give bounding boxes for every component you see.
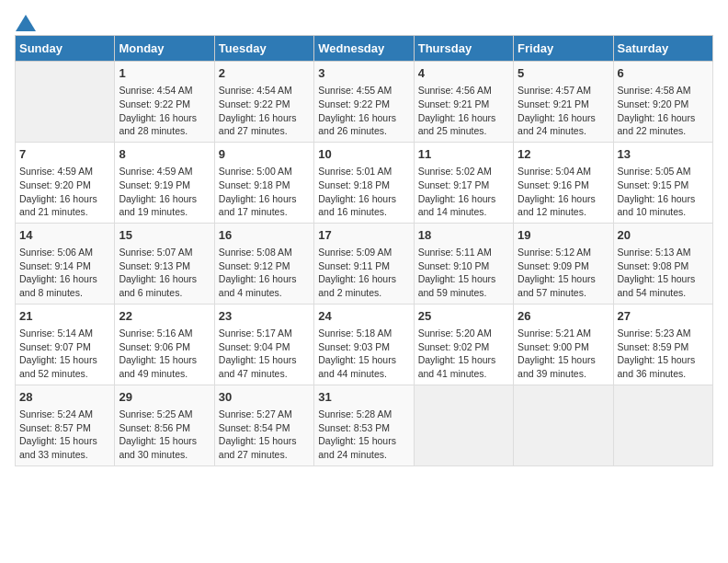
day-info: Sunrise: 5:01 AM Sunset: 9:18 PM Dayligh… [318,165,409,219]
calendar-cell [514,385,613,465]
calendar-cell [16,62,115,143]
day-info: Sunrise: 5:08 AM Sunset: 9:12 PM Dayligh… [219,246,310,300]
day-number: 23 [219,308,310,325]
day-number: 12 [518,146,609,163]
day-number: 20 [618,227,709,244]
column-header-sunday: Sunday [16,36,115,62]
calendar-week-2: 7Sunrise: 4:59 AM Sunset: 9:20 PM Daylig… [16,142,713,223]
calendar-cell [414,385,513,465]
day-info: Sunrise: 5:11 AM Sunset: 9:10 PM Dayligh… [418,246,509,300]
calendar-cell: 23Sunrise: 5:17 AM Sunset: 9:04 PM Dayli… [214,304,313,385]
day-info: Sunrise: 4:56 AM Sunset: 9:21 PM Dayligh… [418,84,509,138]
calendar-cell: 3Sunrise: 4:55 AM Sunset: 9:22 PM Daylig… [314,62,414,143]
day-info: Sunrise: 4:54 AM Sunset: 9:22 PM Dayligh… [219,84,310,138]
day-number: 10 [318,146,409,163]
day-info: Sunrise: 5:21 AM Sunset: 9:00 PM Dayligh… [518,327,609,381]
column-header-saturday: Saturday [613,36,712,62]
calendar-cell: 28Sunrise: 5:24 AM Sunset: 8:57 PM Dayli… [16,385,115,465]
calendar-week-1: 1Sunrise: 4:54 AM Sunset: 9:22 PM Daylig… [16,62,713,143]
calendar-cell: 18Sunrise: 5:11 AM Sunset: 9:10 PM Dayli… [414,223,513,304]
day-number: 17 [318,227,409,244]
calendar-cell: 24Sunrise: 5:18 AM Sunset: 9:03 PM Dayli… [314,304,414,385]
day-number: 3 [318,65,409,82]
calendar-cell: 13Sunrise: 5:05 AM Sunset: 9:15 PM Dayli… [613,142,712,223]
day-number: 7 [19,146,110,163]
calendar-week-3: 14Sunrise: 5:06 AM Sunset: 9:14 PM Dayli… [16,223,713,304]
day-number: 14 [19,227,110,244]
column-header-monday: Monday [115,36,214,62]
day-number: 13 [618,146,709,163]
day-info: Sunrise: 5:17 AM Sunset: 9:04 PM Dayligh… [219,327,310,381]
day-info: Sunrise: 4:54 AM Sunset: 9:22 PM Dayligh… [119,84,210,138]
day-number: 31 [318,389,409,406]
calendar-cell: 9Sunrise: 5:00 AM Sunset: 9:18 PM Daylig… [214,142,313,223]
calendar-cell: 6Sunrise: 4:58 AM Sunset: 9:20 PM Daylig… [613,62,712,143]
logo [15,15,36,28]
day-number: 30 [219,389,310,406]
calendar-cell: 15Sunrise: 5:07 AM Sunset: 9:13 PM Dayli… [115,223,214,304]
calendar-cell: 14Sunrise: 5:06 AM Sunset: 9:14 PM Dayli… [16,223,115,304]
day-info: Sunrise: 5:00 AM Sunset: 9:18 PM Dayligh… [219,165,310,219]
calendar-cell: 5Sunrise: 4:57 AM Sunset: 9:21 PM Daylig… [514,62,613,143]
calendar-cell: 31Sunrise: 5:28 AM Sunset: 8:53 PM Dayli… [314,385,414,465]
calendar-cell: 25Sunrise: 5:20 AM Sunset: 9:02 PM Dayli… [414,304,513,385]
calendar-cell: 17Sunrise: 5:09 AM Sunset: 9:11 PM Dayli… [314,223,414,304]
day-info: Sunrise: 5:07 AM Sunset: 9:13 PM Dayligh… [119,246,210,300]
day-number: 27 [618,308,709,325]
day-number: 24 [318,308,409,325]
column-header-wednesday: Wednesday [314,36,414,62]
column-header-thursday: Thursday [414,36,513,62]
day-info: Sunrise: 5:14 AM Sunset: 9:07 PM Dayligh… [19,327,110,381]
day-number: 5 [518,65,609,82]
day-number: 9 [219,146,310,163]
calendar-week-5: 28Sunrise: 5:24 AM Sunset: 8:57 PM Dayli… [16,385,713,465]
column-header-tuesday: Tuesday [214,36,313,62]
column-header-friday: Friday [514,36,613,62]
day-info: Sunrise: 5:23 AM Sunset: 8:59 PM Dayligh… [618,327,709,381]
calendar-cell: 8Sunrise: 4:59 AM Sunset: 9:19 PM Daylig… [115,142,214,223]
day-info: Sunrise: 4:59 AM Sunset: 9:19 PM Dayligh… [119,165,210,219]
day-number: 25 [418,308,509,325]
day-info: Sunrise: 5:09 AM Sunset: 9:11 PM Dayligh… [318,246,409,300]
day-number: 22 [119,308,210,325]
day-number: 8 [119,146,210,163]
day-number: 2 [219,65,310,82]
calendar-cell: 12Sunrise: 5:04 AM Sunset: 9:16 PM Dayli… [514,142,613,223]
calendar-cell [613,385,712,465]
calendar-cell: 22Sunrise: 5:16 AM Sunset: 9:06 PM Dayli… [115,304,214,385]
day-number: 29 [119,389,210,406]
day-number: 15 [119,227,210,244]
day-info: Sunrise: 5:28 AM Sunset: 8:53 PM Dayligh… [318,408,409,462]
day-info: Sunrise: 5:24 AM Sunset: 8:57 PM Dayligh… [19,408,110,462]
day-info: Sunrise: 5:27 AM Sunset: 8:54 PM Dayligh… [219,408,310,462]
day-info: Sunrise: 5:18 AM Sunset: 9:03 PM Dayligh… [318,327,409,381]
calendar-cell: 30Sunrise: 5:27 AM Sunset: 8:54 PM Dayli… [214,385,313,465]
calendar-cell: 27Sunrise: 5:23 AM Sunset: 8:59 PM Dayli… [613,304,712,385]
day-number: 6 [618,65,709,82]
calendar-cell: 16Sunrise: 5:08 AM Sunset: 9:12 PM Dayli… [214,223,313,304]
calendar-cell: 21Sunrise: 5:14 AM Sunset: 9:07 PM Dayli… [16,304,115,385]
day-number: 26 [518,308,609,325]
day-info: Sunrise: 5:13 AM Sunset: 9:08 PM Dayligh… [618,246,709,300]
day-info: Sunrise: 5:05 AM Sunset: 9:15 PM Dayligh… [618,165,709,219]
calendar-cell: 19Sunrise: 5:12 AM Sunset: 9:09 PM Dayli… [514,223,613,304]
day-number: 19 [518,227,609,244]
svg-marker-0 [16,15,36,31]
day-info: Sunrise: 4:55 AM Sunset: 9:22 PM Dayligh… [318,84,409,138]
day-number: 4 [418,65,509,82]
day-info: Sunrise: 5:02 AM Sunset: 9:17 PM Dayligh… [418,165,509,219]
day-info: Sunrise: 4:57 AM Sunset: 9:21 PM Dayligh… [518,84,609,138]
day-info: Sunrise: 5:16 AM Sunset: 9:06 PM Dayligh… [119,327,210,381]
calendar-week-4: 21Sunrise: 5:14 AM Sunset: 9:07 PM Dayli… [16,304,713,385]
day-number: 28 [19,389,110,406]
day-number: 18 [418,227,509,244]
day-number: 11 [418,146,509,163]
calendar-table: SundayMondayTuesdayWednesdayThursdayFrid… [15,35,713,466]
calendar-cell: 1Sunrise: 4:54 AM Sunset: 9:22 PM Daylig… [115,62,214,143]
day-number: 16 [219,227,310,244]
day-info: Sunrise: 5:12 AM Sunset: 9:09 PM Dayligh… [518,246,609,300]
calendar-cell: 20Sunrise: 5:13 AM Sunset: 9:08 PM Dayli… [613,223,712,304]
day-number: 21 [19,308,110,325]
calendar-cell: 7Sunrise: 4:59 AM Sunset: 9:20 PM Daylig… [16,142,115,223]
day-info: Sunrise: 5:06 AM Sunset: 9:14 PM Dayligh… [19,246,110,300]
